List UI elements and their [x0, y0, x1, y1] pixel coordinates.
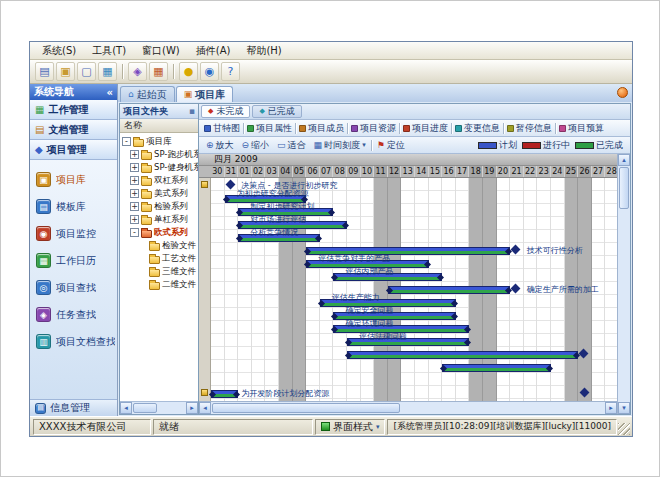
sidebar-tab-info-management[interactable]: ▤ 信息管理 [30, 399, 117, 416]
scroll-left-icon[interactable] [120, 402, 132, 414]
sidebar-item-project-doc-search[interactable]: ▥项目文档查找 [30, 328, 117, 355]
tree-expander-icon[interactable]: + [130, 150, 139, 159]
tab-project-library[interactable]: ▣项目库 [176, 86, 234, 102]
scroll-right-icon[interactable] [186, 402, 198, 414]
tab-area-close-button[interactable] [617, 87, 628, 98]
gantt-button-project-props[interactable]: 项目属性 [245, 120, 294, 136]
legend-label: 已完成 [596, 139, 623, 152]
menu-item-help[interactable]: 帮助(H) [238, 42, 289, 60]
gantt-panel: ◆未完成◆已完成 甘特图项目属性项目成员项目资源项目进度变更信息暂停信息项目预算… [199, 103, 631, 415]
help-button[interactable]: ? [221, 62, 240, 81]
tree-node[interactable]: +美式系列 [120, 187, 198, 200]
tool-zoom-in[interactable]: ⊕放大 [202, 137, 238, 153]
tree-expander-icon[interactable]: + [130, 176, 139, 185]
new-doc-button[interactable]: ▤ [35, 62, 54, 81]
gantt-button-project-progress[interactable]: 项目进度 [401, 120, 450, 136]
tool-fit[interactable]: ▭适合 [273, 137, 310, 153]
gantt-button-project-resources[interactable]: 项目资源 [349, 120, 398, 136]
gantt-button-project-budget[interactable]: 项目预算 [557, 120, 606, 136]
tree-expander-icon[interactable]: - [130, 228, 139, 237]
sidebar-group-document-management[interactable]: ▤文档管理 [30, 120, 117, 140]
gantt-filter-tabs: ◆未完成◆已完成 [199, 104, 630, 120]
collapse-icon[interactable] [107, 87, 113, 98]
tree-expander-icon[interactable]: + [130, 202, 139, 211]
tool-zoom-out[interactable]: ⊖缩小 [238, 137, 274, 153]
tree-node[interactable]: -项目库 [120, 135, 198, 148]
tree-node[interactable]: +双杠系列 [120, 174, 198, 187]
gantt-button-gantt-view[interactable]: 甘特图 [202, 120, 242, 136]
scroll-right-icon[interactable] [605, 402, 617, 414]
tree-node[interactable]: 三维文件 [120, 265, 198, 278]
legend-item: 已完成 [575, 139, 623, 152]
window-view-icon: ▢ [81, 66, 91, 77]
lock-button[interactable]: ● [179, 62, 198, 81]
open-folder-button[interactable]: ▣ [56, 62, 75, 81]
task-bar[interactable] [388, 286, 510, 294]
menu-item-tools[interactable]: 工具(T) [84, 42, 134, 60]
toolbar-separator [555, 123, 556, 134]
sidebar-item-template-library[interactable]: ▤模板库 [30, 193, 117, 220]
tree-node[interactable]: -欧式系列 [120, 226, 198, 239]
info-button[interactable]: ◉ [200, 62, 219, 81]
tree-expander-icon[interactable]: + [130, 215, 139, 224]
tab-start-page[interactable]: ⌂起始页 [120, 86, 175, 102]
monitor-icon: ▦ [102, 66, 112, 77]
grid-column [605, 178, 617, 401]
sidebar-item-task-search[interactable]: ◈任务查找 [30, 301, 117, 328]
tool-time-scale[interactable]: ▦时间刻度▾ [310, 137, 370, 153]
gantt-button-pause-info[interactable]: 暂停信息 [505, 120, 554, 136]
filter-tab-finished[interactable]: ◆已完成 [252, 105, 301, 118]
task-bar[interactable] [442, 364, 551, 372]
scroll-down-icon[interactable] [618, 402, 630, 414]
gantt-button-project-members[interactable]: 项目成员 [297, 120, 346, 136]
filter-tab-unfinished[interactable]: ◆未完成 [201, 105, 250, 118]
tree-node[interactable]: 检验文件 [120, 239, 198, 252]
sidebar-item-project-search[interactable]: ◎项目查找 [30, 274, 117, 301]
legend-swatch [478, 142, 497, 149]
sidebar-item-work-calendar[interactable]: ▦工作日历 [30, 247, 117, 274]
menu-item-system[interactable]: 系统(S) [34, 42, 84, 60]
tree-expander-icon[interactable]: - [122, 137, 131, 146]
tree-hscroll-thumb[interactable] [133, 403, 157, 413]
gantt-hscroll-thumb[interactable] [212, 403, 400, 413]
tree-expander-icon[interactable]: + [130, 189, 139, 198]
pin-icon[interactable] [189, 106, 195, 116]
tree-expander-icon[interactable]: + [130, 163, 139, 172]
sidebar-group-work-management[interactable]: ▦工作管理 [30, 100, 117, 120]
statusbar-session: [系统管理员][10:28:09][培训数据库][lucky][11000] [387, 419, 617, 435]
lock-icon: ● [184, 66, 194, 77]
tree-node[interactable]: +SP-健身机系列 [120, 161, 198, 174]
document-tab-bar: ⌂起始页▣项目库 [118, 84, 632, 102]
folder-icon [133, 139, 144, 147]
tree-node[interactable]: 二维文件 [120, 278, 198, 291]
tree-node[interactable]: +单杠系列 [120, 213, 198, 226]
scroll-up-icon[interactable] [618, 154, 630, 166]
menu-item-window[interactable]: 窗口(W) [134, 42, 188, 60]
monitor-button[interactable]: ▦ [98, 62, 117, 81]
task-bar[interactable] [211, 390, 238, 398]
tree-node[interactable]: +检验系列 [120, 200, 198, 213]
sidebar-item-project-library[interactable]: ▣项目库 [30, 166, 117, 193]
tree-node-label: 美式系列 [154, 188, 188, 200]
tree-node[interactable]: 工艺文件 [120, 252, 198, 265]
menu-item-plugins[interactable]: 插件(A) [188, 42, 239, 60]
grid-column [347, 178, 361, 401]
legend-swatch [575, 142, 594, 149]
tree-node[interactable]: +SP-跑步机系列 [120, 148, 198, 161]
resize-grip[interactable] [618, 423, 630, 435]
tree-column-header[interactable]: 名称 [120, 119, 198, 133]
gantt-button-change-info[interactable]: 变更信息 [453, 120, 502, 136]
window-view-button[interactable]: ▢ [77, 62, 96, 81]
tool-label: 时间刻度 [324, 139, 360, 152]
tool-locate[interactable]: ⚑定位 [373, 137, 409, 153]
task-bar[interactable] [347, 351, 578, 359]
calendar-button[interactable]: ▦ [149, 62, 168, 81]
tree-list: -项目库+SP-跑步机系列+SP-健身机系列+双杠系列+美式系列+检验系列+单杠… [120, 133, 198, 401]
plugin-button[interactable]: ◈ [128, 62, 147, 81]
scroll-left-icon[interactable] [199, 402, 211, 414]
gantt-grid[interactable]: 决策点 - 是否进行初步研究为初步研究分配资源制定初步研究计划对市场进行评估分析… [199, 178, 617, 401]
sidebar-group-project-management[interactable]: ◆项目管理 [30, 140, 117, 160]
statusbar-style-selector[interactable]: 界面样式 ▾ [315, 419, 386, 435]
gantt-vscroll-thumb[interactable] [619, 167, 629, 209]
sidebar-item-project-monitor[interactable]: ◉项目监控 [30, 220, 117, 247]
